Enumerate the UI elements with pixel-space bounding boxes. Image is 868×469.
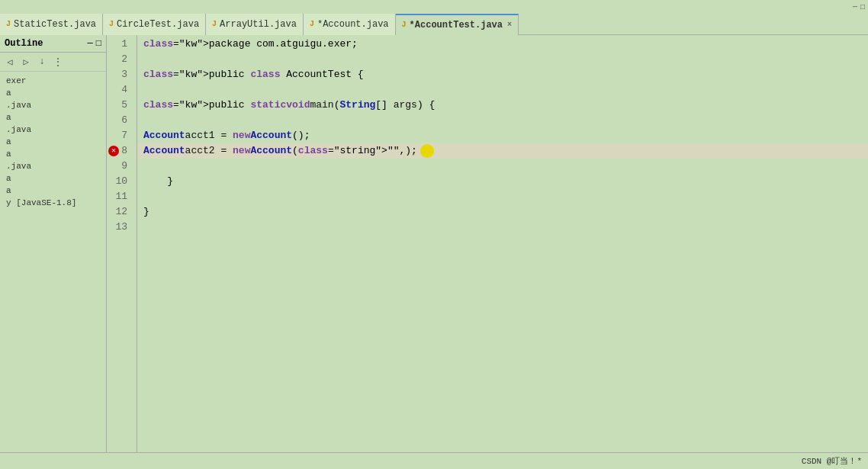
sidebar-item-1[interactable]: a [0,87,106,99]
sidebar-item-3[interactable]: a [0,111,106,124]
tab-icon-circle: J [109,20,114,28]
sidebar-item-4[interactable]: .java [0,124,106,136]
line-numbers: 1234567✕8910111213 [107,35,137,452]
sidebar-header-icons: ─ □ [88,38,101,49]
code-line-6 [137,113,868,128]
tab-label-circle: CircleTest.java [117,19,199,30]
tab-label-array: ArrayUtil.java [220,19,297,30]
sidebar-header: Outline ─ □ [0,35,106,53]
code-line-2 [137,52,868,67]
restore-icon[interactable]: □ [860,3,865,11]
line-num-10: 10 [107,174,132,189]
tab-icon-account: J [310,20,314,28]
code-line-13 [137,220,868,235]
sidebar-btn-more[interactable]: ⋮ [51,55,65,69]
line-num-3: 3 [107,67,132,82]
bottom-bar-text: CSDN @叮当！* [802,455,862,467]
code-line-5: class="kw">public static void main(Strin… [137,98,868,113]
sidebar-item-7[interactable]: .java [0,160,106,172]
tab-account[interactable]: J*Account.java [304,14,396,35]
sidebar-item-2[interactable]: .java [0,99,106,111]
tab-icon-static: J [6,20,11,28]
code-line-3: class="kw">public class AccountTest { [137,67,868,82]
tab-circle[interactable]: JCircleTest.java [103,14,206,35]
line-num-4: 4 [107,82,132,98]
line-num-2: 2 [107,52,132,67]
main-layout: Outline ─ □ ◁ ▷ ↓ ⋮ exera.javaa.javaaa.j… [0,35,868,452]
line-num-11: 11 [107,189,132,204]
sidebar-title: Outline [5,38,43,49]
sidebar-btn-down[interactable]: ↓ [35,55,49,69]
tab-accounttest[interactable]: J*AccountTest.java× [396,14,519,35]
code-line-11 [137,189,868,204]
bottom-bar: CSDN @叮当！* [0,452,868,469]
tab-array[interactable]: JArrayUtil.java [206,14,304,35]
tab-icon-accounttest: J [402,21,407,29]
line-num-8: ✕8 [107,143,132,159]
text-cursor [420,144,434,158]
code-line-12: } [137,204,868,220]
sidebar-items: exera.javaa.javaaa.javaaay [JavaSE-1.8] [0,72,106,452]
sidebar-item-5[interactable]: a [0,136,106,148]
tab-label-account: *Account.java [317,19,389,30]
tab-label-static: StaticTest.java [14,19,96,30]
line-num-5: 5 [107,98,132,113]
code-line-9 [137,159,868,174]
line-num-12: 12 [107,204,132,220]
code-line-4 [137,82,868,98]
code-line-7: Account acct1 = new Account(); [137,128,868,143]
tab-static[interactable]: JStaticTest.java [0,14,103,35]
line-num-13: 13 [107,220,132,235]
code-line-8: Account acct2 = new Account(class="strin… [137,143,868,159]
tab-label-accounttest: *AccountTest.java [410,20,503,31]
minimize-icon[interactable]: ─ [853,3,857,11]
sidebar: Outline ─ □ ◁ ▷ ↓ ⋮ exera.javaa.javaaa.j… [0,35,107,452]
editor-content: 1234567✕8910111213 class="kw">package co… [107,35,868,452]
sidebar-item-9[interactable]: a [0,185,106,197]
sidebar-btn-back[interactable]: ◁ [3,55,17,69]
tab-close-accounttest[interactable]: × [507,21,512,29]
sidebar-maximize-icon[interactable]: □ [96,38,101,49]
sidebar-minimize-icon[interactable]: ─ [88,38,93,49]
line-num-9: 9 [107,159,132,174]
sidebar-item-0[interactable]: exer [0,75,106,87]
tab-bar: JStaticTest.javaJCircleTest.javaJArrayUt… [0,14,868,35]
tab-icon-array: J [212,20,217,28]
code-line-1: class="kw">package com.atguigu.exer; [137,37,868,52]
editor-area: 1234567✕8910111213 class="kw">package co… [107,35,868,452]
window-top-bar: ─ □ [0,0,868,14]
line-num-1: 1 [107,37,132,52]
code-line-10: } [137,174,868,189]
sidebar-item-10[interactable]: y [JavaSE-1.8] [0,197,106,209]
sidebar-item-8[interactable]: a [0,172,106,185]
code-area[interactable]: class="kw">package com.atguigu.exer; cla… [137,35,868,452]
sidebar-item-6[interactable]: a [0,148,106,160]
sidebar-btn-forward[interactable]: ▷ [19,55,33,69]
sidebar-toolbar: ◁ ▷ ↓ ⋮ [0,53,106,72]
line-num-7: 7 [107,128,132,143]
error-icon-8: ✕ [108,146,119,156]
line-num-6: 6 [107,113,132,128]
